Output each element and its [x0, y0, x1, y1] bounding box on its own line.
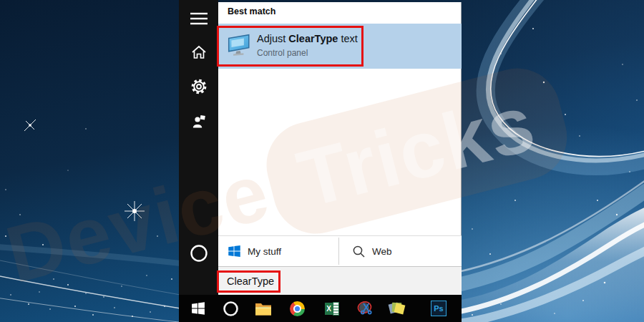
filter-divider — [338, 238, 339, 265]
snipping-tool-icon — [357, 300, 374, 317]
display-monitor-icon — [226, 33, 252, 59]
taskbar-excel-button[interactable]: X — [320, 295, 344, 322]
search-box-row: ClearType — [218, 267, 462, 295]
hamburger-menu-button[interactable] — [179, 4, 218, 33]
taskbar-sticky-notes-button[interactable] — [385, 295, 409, 322]
windows-logo-icon — [228, 245, 241, 258]
start-menu-sidebar — [179, 0, 218, 295]
file-explorer-icon — [255, 301, 272, 316]
windows10-desktop: Best match Adjust ClearType text — [0, 0, 644, 322]
web-label: Web — [372, 246, 392, 257]
chrome-icon — [290, 301, 305, 316]
taskbar: X Ps — [179, 295, 462, 322]
cortana-circle-icon — [190, 244, 208, 263]
photoshop-icon: Ps — [431, 301, 447, 316]
taskbar-snipping-tool-button[interactable] — [353, 295, 378, 322]
sticky-notes-icon — [389, 301, 406, 316]
sidebar-item-cortana[interactable] — [179, 239, 218, 268]
web-search-icon — [352, 245, 366, 258]
my-stuff-label: My stuff — [248, 246, 281, 257]
filter-row: My stuff Web — [218, 235, 462, 267]
start-button[interactable] — [186, 295, 210, 322]
sidebar-item-home[interactable] — [179, 38, 218, 67]
gear-icon — [190, 78, 208, 95]
section-header: Best match — [228, 6, 275, 16]
taskbar-photoshop-button[interactable]: Ps — [426, 295, 451, 322]
web-button[interactable]: Web — [352, 236, 392, 266]
hamburger-menu-icon — [190, 12, 208, 25]
person-feedback-icon — [191, 114, 207, 130]
search-results-panel: Best match Adjust ClearType text — [218, 2, 462, 295]
windows-start-icon — [191, 301, 205, 316]
cortana-ring-icon — [223, 301, 239, 317]
result-title: Adjust ClearType text — [257, 33, 358, 44]
taskbar-chrome-button[interactable] — [285, 295, 309, 322]
best-match-result[interactable]: Adjust ClearType text Control panel — [218, 24, 462, 69]
home-icon — [191, 44, 207, 60]
search-input[interactable]: ClearType — [227, 275, 274, 287]
taskbar-file-explorer-button[interactable] — [251, 295, 275, 322]
sidebar-item-feedback[interactable] — [179, 107, 218, 136]
taskbar-cortana-button[interactable] — [218, 295, 243, 322]
sidebar-item-settings[interactable] — [179, 72, 218, 101]
my-stuff-button[interactable]: My stuff — [228, 236, 281, 266]
result-subtitle: Control panel — [257, 48, 358, 58]
excel-icon: X — [325, 302, 339, 316]
